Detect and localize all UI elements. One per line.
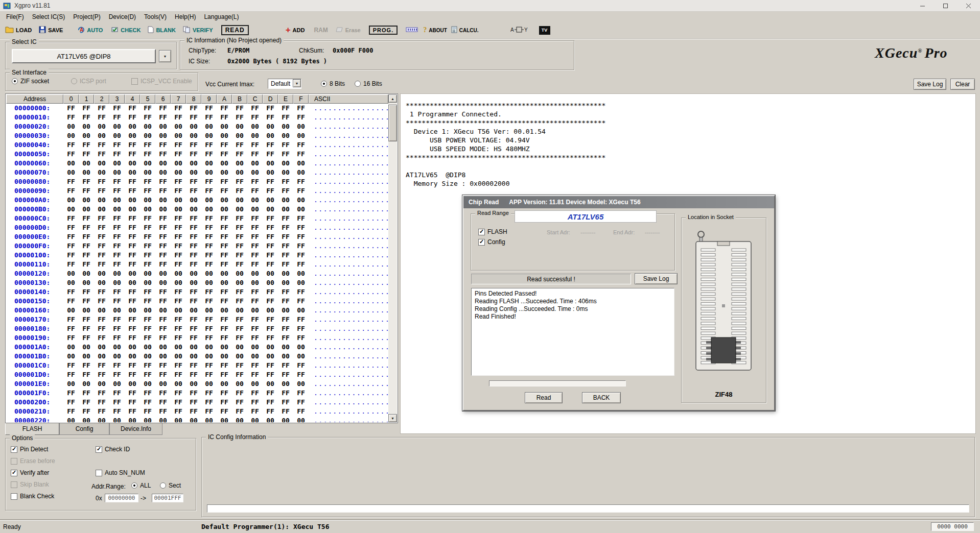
hex-byte-cell[interactable]: FF bbox=[171, 398, 186, 407]
hex-byte-cell[interactable]: FF bbox=[201, 241, 217, 251]
hex-byte-cell[interactable]: FF bbox=[79, 223, 94, 232]
hex-byte-cell[interactable]: 00 bbox=[171, 168, 186, 177]
hex-byte-cell[interactable]: 00 bbox=[186, 168, 201, 177]
hex-byte-cell[interactable]: FF bbox=[201, 407, 217, 416]
hex-byte-cell[interactable]: FF bbox=[94, 214, 109, 223]
blank-button[interactable]: BLANK bbox=[148, 26, 176, 35]
hex-byte-cell[interactable]: 00 bbox=[171, 343, 186, 352]
hex-byte-cell[interactable]: FF bbox=[125, 177, 140, 186]
hex-byte-cell[interactable]: FF bbox=[79, 260, 94, 269]
hex-byte-cell[interactable]: FF bbox=[293, 361, 309, 370]
hex-byte-cell[interactable]: 00 bbox=[171, 196, 186, 205]
dialog-back-button[interactable]: BACK bbox=[582, 392, 621, 403]
hex-byte-cell[interactable]: 00 bbox=[63, 269, 79, 278]
zif-socket-radio[interactable]: ZIF socket bbox=[12, 78, 49, 85]
hex-byte-cell[interactable]: 00 bbox=[217, 278, 232, 287]
hex-byte-cell[interactable]: FF bbox=[155, 251, 171, 260]
hex-byte-cell[interactable]: 00 bbox=[201, 352, 217, 361]
hex-byte-cell[interactable]: 00 bbox=[232, 205, 247, 214]
hex-row[interactable]: 00000050:FFFFFFFFFFFFFFFFFFFFFFFFFFFFFFF… bbox=[6, 150, 388, 159]
hex-byte-cell[interactable]: 00 bbox=[293, 278, 309, 287]
hex-byte-cell[interactable]: FF bbox=[63, 223, 79, 232]
hex-byte-cell[interactable]: 00 bbox=[63, 168, 79, 177]
hex-byte-cell[interactable]: FF bbox=[140, 389, 155, 398]
hex-byte-cell[interactable]: FF bbox=[155, 150, 171, 159]
hex-byte-cell[interactable]: FF bbox=[94, 333, 109, 343]
hex-byte-cell[interactable]: FF bbox=[109, 398, 125, 407]
hex-byte-cell[interactable]: FF bbox=[109, 241, 125, 251]
hex-byte-cell[interactable]: FF bbox=[63, 260, 79, 269]
hex-byte-cell[interactable]: FF bbox=[217, 113, 232, 122]
hex-byte-cell[interactable]: FF bbox=[278, 150, 293, 159]
hex-byte-cell[interactable]: 00 bbox=[140, 278, 155, 287]
pin-detect-checkbox[interactable]: Pin Detect bbox=[11, 446, 48, 453]
hex-byte-cell[interactable]: 00 bbox=[278, 205, 293, 214]
hex-byte-cell[interactable]: 00 bbox=[293, 159, 309, 168]
hex-byte-cell[interactable]: FF bbox=[155, 177, 171, 186]
hex-byte-cell[interactable]: 00 bbox=[109, 352, 125, 361]
hex-byte-cell[interactable]: FF bbox=[171, 260, 186, 269]
hex-byte-cell[interactable]: FF bbox=[125, 140, 140, 150]
hex-byte-cell[interactable]: FF bbox=[263, 324, 278, 333]
hex-byte-cell[interactable]: FF bbox=[94, 324, 109, 333]
hex-byte-cell[interactable]: 00 bbox=[263, 205, 278, 214]
hex-byte-cell[interactable]: 00 bbox=[217, 159, 232, 168]
hex-byte-cell[interactable]: 00 bbox=[63, 131, 79, 140]
hex-byte-cell[interactable]: FF bbox=[109, 407, 125, 416]
hex-byte-cell[interactable]: 00 bbox=[232, 278, 247, 287]
selected-ic-field[interactable]: AT17LV65 @DIP8 bbox=[12, 49, 156, 63]
hex-byte-cell[interactable]: 00 bbox=[109, 278, 125, 287]
hex-byte-cell[interactable]: FF bbox=[94, 407, 109, 416]
hex-byte-cell[interactable]: 00 bbox=[232, 196, 247, 205]
hex-byte-cell[interactable]: FF bbox=[201, 214, 217, 223]
hex-byte-cell[interactable]: 00 bbox=[140, 269, 155, 278]
hex-byte-cell[interactable]: 00 bbox=[155, 205, 171, 214]
hex-byte-cell[interactable]: FF bbox=[94, 370, 109, 379]
hex-byte-cell[interactable]: FF bbox=[278, 177, 293, 186]
hex-byte-cell[interactable]: 00 bbox=[63, 343, 79, 352]
hex-byte-cell[interactable]: 00 bbox=[63, 379, 79, 389]
hex-byte-cell[interactable]: FF bbox=[201, 260, 217, 269]
hex-byte-cell[interactable]: FF bbox=[94, 232, 109, 241]
hex-byte-cell[interactable]: FF bbox=[217, 287, 232, 297]
minimize-button[interactable] bbox=[911, 0, 934, 12]
hex-byte-cell[interactable]: FF bbox=[201, 140, 217, 150]
hex-byte-cell[interactable]: FF bbox=[155, 241, 171, 251]
hex-byte-cell[interactable]: 00 bbox=[263, 196, 278, 205]
hex-byte-cell[interactable]: FF bbox=[155, 361, 171, 370]
hex-byte-cell[interactable]: FF bbox=[232, 177, 247, 186]
hex-byte-cell[interactable]: 00 bbox=[94, 131, 109, 140]
hex-byte-cell[interactable]: 00 bbox=[217, 196, 232, 205]
hex-byte-cell[interactable]: FF bbox=[63, 150, 79, 159]
hex-byte-cell[interactable]: 00 bbox=[79, 159, 94, 168]
hex-byte-cell[interactable]: FF bbox=[247, 140, 263, 150]
hex-byte-cell[interactable]: 00 bbox=[140, 196, 155, 205]
hex-byte-cell[interactable]: FF bbox=[79, 370, 94, 379]
hex-byte-cell[interactable]: 00 bbox=[79, 352, 94, 361]
hex-byte-cell[interactable]: 00 bbox=[63, 159, 79, 168]
hex-byte-cell[interactable]: FF bbox=[278, 241, 293, 251]
hex-byte-cell[interactable]: FF bbox=[232, 333, 247, 343]
hex-byte-cell[interactable]: 00 bbox=[186, 131, 201, 140]
hex-byte-cell[interactable]: FF bbox=[125, 297, 140, 306]
hex-byte-cell[interactable]: 00 bbox=[232, 379, 247, 389]
hex-byte-cell[interactable]: FF bbox=[155, 232, 171, 241]
hex-byte-cell[interactable]: FF bbox=[201, 333, 217, 343]
hex-byte-cell[interactable]: FF bbox=[63, 370, 79, 379]
hex-byte-cell[interactable]: FF bbox=[293, 241, 309, 251]
hex-byte-cell[interactable]: 00 bbox=[201, 278, 217, 287]
hex-byte-cell[interactable]: FF bbox=[217, 260, 232, 269]
hex-byte-cell[interactable]: FF bbox=[94, 140, 109, 150]
hex-byte-cell[interactable]: 00 bbox=[217, 269, 232, 278]
verify-after-checkbox[interactable]: Verify after bbox=[11, 469, 49, 476]
config-checkbox[interactable]: Config bbox=[478, 238, 505, 246]
hex-byte-cell[interactable]: 00 bbox=[186, 122, 201, 131]
hex-byte-cell[interactable]: FF bbox=[109, 186, 125, 196]
hex-byte-cell[interactable]: 00 bbox=[171, 205, 186, 214]
hex-byte-cell[interactable]: FF bbox=[247, 287, 263, 297]
hex-byte-cell[interactable]: FF bbox=[94, 177, 109, 186]
hex-byte-cell[interactable]: 00 bbox=[247, 352, 263, 361]
hex-byte-cell[interactable]: FF bbox=[63, 177, 79, 186]
hex-byte-cell[interactable]: 00 bbox=[109, 131, 125, 140]
hex-byte-cell[interactable]: 00 bbox=[247, 343, 263, 352]
